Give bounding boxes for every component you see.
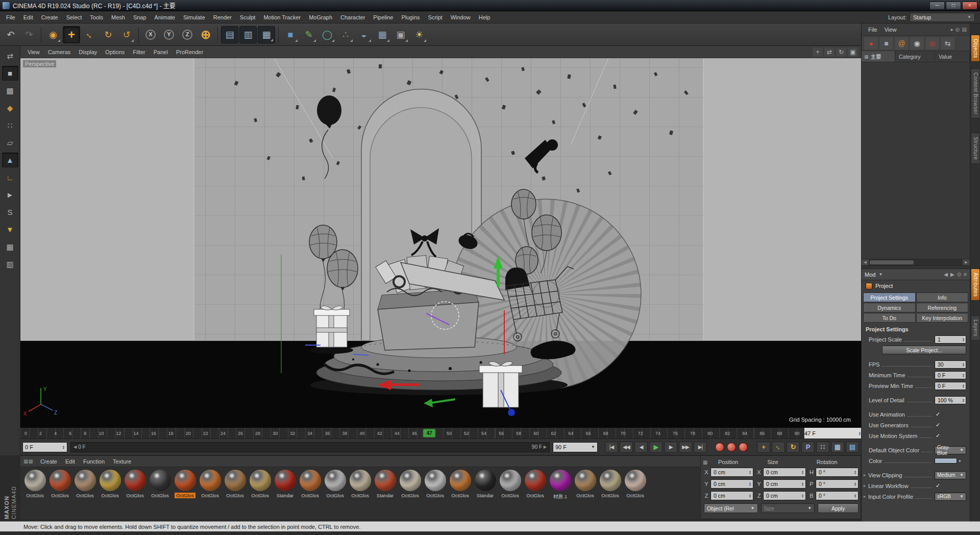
next-key-button[interactable]: ▶▶ [679, 442, 692, 453]
viewport-menu-item[interactable]: Filter [129, 49, 149, 55]
x-axis-lock[interactable]: X [142, 26, 159, 43]
coordinate-input[interactable]: 0 °▲▼ [816, 491, 859, 500]
expand-arrow-icon[interactable]: ▸ [864, 473, 868, 477]
menu-item[interactable]: MoGraph [305, 11, 336, 23]
size-mode-select[interactable]: Size▼ [761, 503, 815, 513]
material-item[interactable]: OctGlos [122, 470, 148, 500]
toggle-panels-button[interactable]: ▣ [848, 47, 858, 57]
pan-view-button[interactable]: + [813, 47, 823, 57]
range-end-field[interactable]: 90 F▼ [553, 442, 598, 452]
menu-item[interactable]: Mesh [107, 11, 129, 23]
coordinate-input[interactable]: 0 cm▲▼ [763, 468, 806, 477]
material-item[interactable]: OctGlos [523, 470, 548, 500]
keyframe-selection-toggle[interactable]: ▦ [831, 442, 844, 453]
key-pla-toggle[interactable]: ∷ [816, 442, 829, 453]
material-item[interactable]: OctGlos [348, 470, 373, 500]
object-manager-tab[interactable]: ▦主要 [862, 51, 895, 62]
goto-end-button[interactable]: ▶| [694, 442, 707, 453]
stepper-arrows-icon[interactable]: ▲▼ [749, 470, 751, 474]
material-item[interactable]: OctGlos [72, 470, 97, 500]
menu-item[interactable]: Render [209, 11, 236, 23]
axis-mode-button[interactable]: ∟ [2, 170, 18, 185]
material-item[interactable]: OctGlos [448, 470, 473, 500]
material-item[interactable]: OctGlos [298, 470, 323, 500]
material-item[interactable]: OctGlos [173, 470, 198, 500]
field-value-input[interactable]: 1▲▼ [935, 335, 966, 344]
attribute-mode-select[interactable]: Mod [865, 272, 875, 278]
tab-attributes[interactable]: Attributes [971, 269, 980, 301]
material-item[interactable]: OctGlos [573, 470, 598, 500]
key-rotation-toggle[interactable]: ↻ [787, 442, 800, 453]
close-button[interactable]: × [962, 2, 977, 10]
om-material-icon[interactable]: ● [864, 37, 878, 50]
viewport-menu-item[interactable]: Options [101, 49, 129, 55]
keyframe-selection-button[interactable] [739, 443, 748, 452]
snap-toggle-button[interactable]: ▦ [2, 239, 18, 254]
prev-frame-button[interactable]: ◀ [634, 442, 648, 453]
tab-to-do[interactable]: To Do [863, 313, 916, 323]
stepper-arrows-icon[interactable]: ▲▼ [854, 470, 856, 474]
texture-mode-button[interactable]: ▩ [2, 83, 18, 98]
layout-select[interactable]: Startup▼ [910, 13, 975, 22]
field-value-input[interactable]: 30▲▼ [935, 360, 966, 369]
stepper-arrows-icon[interactable]: ▲▼ [801, 470, 804, 474]
viewport-menu-item[interactable]: ProRender [172, 49, 207, 55]
menu-item[interactable]: Simulate [179, 11, 209, 23]
scroll-right-icon[interactable]: ▶ [963, 259, 970, 265]
menu-item[interactable]: File [2, 11, 19, 23]
goto-start-button[interactable]: |◀ [605, 442, 618, 453]
tab-referencing[interactable]: Referencing [916, 303, 969, 312]
points-mode-button[interactable]: ∷ [2, 118, 18, 133]
menu-item[interactable]: Create [37, 11, 62, 23]
menu-item[interactable]: Snap [129, 11, 151, 23]
stepper-arrows-icon[interactable]: ▲▼ [854, 494, 856, 498]
tab-layers[interactable]: Layers [971, 315, 980, 341]
preview-range-start-marker[interactable]: ◀0 F [74, 444, 86, 450]
render-view-button[interactable]: ▤ [221, 26, 238, 43]
column-header-value[interactable]: Value [935, 51, 970, 62]
stepper-arrows-icon[interactable]: ▲▼ [854, 482, 856, 486]
key-scale-toggle[interactable]: ↔ [772, 442, 785, 453]
field-dropdown[interactable]: sRGB▼ [935, 493, 966, 501]
open-timeline-button[interactable]: ▤ [846, 442, 859, 453]
expand-arrow-icon[interactable]: ▸ [864, 483, 868, 488]
object-mode-select[interactable]: Object (Rel▼ [704, 503, 758, 513]
model-mode-button[interactable]: ■ [2, 66, 18, 81]
apply-button[interactable]: Apply [818, 503, 859, 513]
preview-range-end-marker[interactable]: 90 F▶ [532, 444, 547, 450]
material-item[interactable]: OctGlos [22, 470, 47, 500]
material-item[interactable]: OctGlos [223, 470, 248, 500]
material-item[interactable]: OctGlos [498, 470, 523, 500]
stepper-arrows-icon[interactable]: ▲▼ [801, 482, 804, 486]
material-item[interactable]: OctGlos [598, 470, 623, 500]
om-layout-icon[interactable]: ▤ [962, 27, 967, 32]
color-swatch[interactable] [935, 458, 957, 464]
coordinate-input[interactable]: 0 cm▲▼ [710, 479, 753, 489]
menu-item[interactable]: Animate [151, 11, 179, 23]
coordinate-input[interactable]: 0 cm▲▼ [763, 491, 806, 500]
field-dropdown[interactable]: Gray-Blue▼ [935, 446, 966, 454]
viewport-menu-item[interactable]: Cameras [44, 49, 75, 55]
field-checkbox[interactable]: ✓ [935, 422, 966, 428]
om-expand-icon[interactable]: ▸ [951, 27, 953, 32]
last-used-tool[interactable]: ↺ [118, 26, 135, 43]
attr-lock-icon[interactable]: ⊙ [957, 272, 961, 277]
menu-item[interactable]: Motion Tracker [259, 11, 305, 23]
om-search-icon[interactable]: ◎ [955, 27, 960, 32]
tweak-mode-button[interactable]: ► [2, 187, 18, 202]
viewport-menu-item[interactable]: Display [75, 49, 101, 55]
add-mograph-button[interactable]: ∴ [337, 26, 354, 43]
preview-range-track[interactable]: ◀0 F 90 F▶ [70, 442, 550, 452]
stepper-arrows-icon[interactable]: ▲▼ [749, 494, 751, 498]
autokeying-button[interactable] [727, 443, 736, 452]
zoom-view-button[interactable]: ⇄ [824, 47, 835, 57]
material-menu-item[interactable]: Create [36, 458, 61, 465]
rotate-tool[interactable]: ↻ [100, 26, 117, 43]
scrollbar-thumb[interactable] [870, 260, 914, 264]
timeline-ruler[interactable]: 47 0246810121416182022242628303234363840… [20, 428, 861, 439]
material-item[interactable]: OctGlos [148, 470, 173, 500]
stepper-arrows-icon[interactable]: ▲▼ [962, 373, 965, 377]
add-deformer-button[interactable]: ◒ [355, 26, 373, 43]
coordinate-input[interactable]: 0 °▲▼ [816, 479, 859, 489]
stepper-arrows-icon[interactable]: ▲▼ [62, 445, 65, 449]
